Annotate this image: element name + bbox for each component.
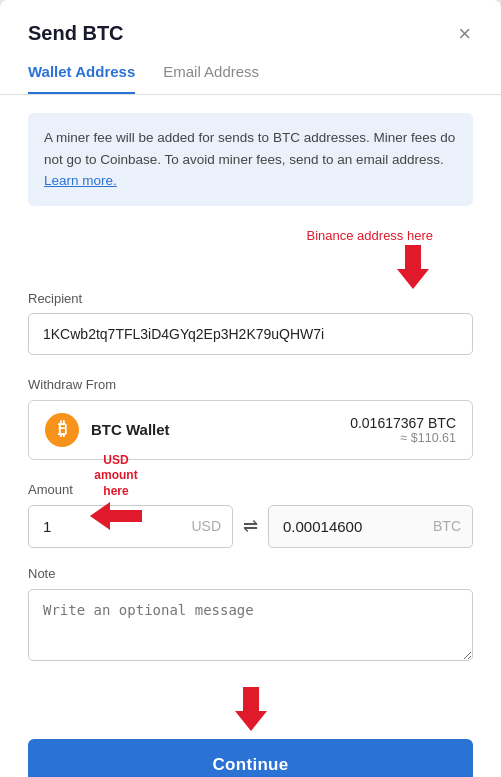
btc-amount-input[interactable] [268,505,473,548]
btc-icon: ₿ [45,413,79,447]
withdraw-from-label: Withdraw From [28,377,473,392]
balance-usd: ≈ $110.61 [350,431,456,445]
wallet-row: ₿ BTC Wallet 0.01617367 BTC ≈ $110.61 [28,400,473,460]
continue-button[interactable]: Continue [28,739,473,777]
recipient-input[interactable] [28,313,473,355]
send-btc-modal: Send BTC × Wallet Address Email Address … [0,0,501,777]
modal-title: Send BTC [28,22,124,45]
continue-arrow-down-icon [231,687,271,731]
info-box: A miner fee will be added for sends to B… [28,113,473,206]
usd-annotation-text: USDamounthere [94,453,137,500]
binance-annotation-block: Binance address here [28,228,433,289]
info-text: A miner fee will be added for sends to B… [44,130,455,167]
note-label: Note [28,566,473,581]
continue-arrow-container [28,687,473,731]
close-button[interactable]: × [456,23,473,45]
btc-input-wrap: BTC [268,505,473,548]
note-textarea[interactable] [28,589,473,661]
learn-more-link[interactable]: Learn more. [44,173,117,188]
usd-annotation-block: USDamounthere [90,453,142,530]
binance-annotation-text: Binance address here [307,228,433,243]
svg-marker-0 [397,245,429,289]
wallet-name: BTC Wallet [91,421,350,438]
usd-arrow-left-icon [90,502,142,530]
tab-wallet-address[interactable]: Wallet Address [28,63,135,94]
svg-marker-2 [235,687,267,731]
swap-icon[interactable]: ⇌ [243,515,258,537]
svg-marker-1 [90,502,142,530]
modal-body: A miner fee will be added for sends to B… [0,95,501,777]
binance-arrow-down-icon [393,245,433,289]
note-section: Note [28,566,473,665]
balance-btc: 0.01617367 BTC [350,415,456,431]
recipient-label: Recipient [28,291,473,306]
tab-bar: Wallet Address Email Address [0,45,501,95]
modal-header: Send BTC × [0,0,501,45]
amount-section: USDamounthere USD ⇌ BTC [28,505,473,548]
wallet-balance: 0.01617367 BTC ≈ $110.61 [350,415,456,445]
tab-email-address[interactable]: Email Address [163,63,259,94]
